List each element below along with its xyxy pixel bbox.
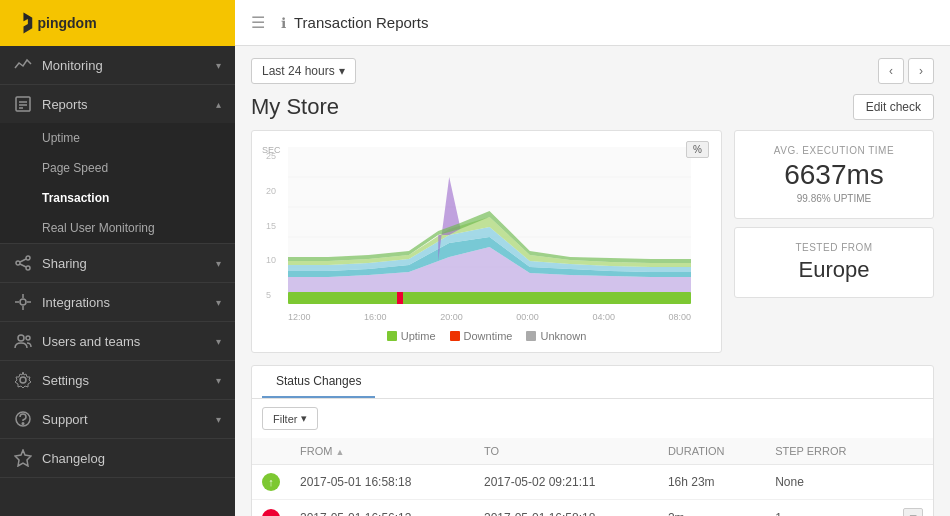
sharing-icon (14, 254, 32, 272)
svg-point-21 (22, 423, 24, 425)
changelog-icon (14, 449, 32, 467)
time-filter-label: Last 24 hours (262, 64, 335, 78)
svg-rect-3 (16, 97, 30, 111)
svg-point-9 (26, 266, 30, 270)
users-label: Users and teams (42, 334, 140, 349)
sidebar-item-uptime[interactable]: Uptime (0, 123, 235, 153)
tab-status-changes[interactable]: Status Changes (262, 366, 375, 398)
sidebar-item-transaction[interactable]: Transaction (0, 183, 235, 213)
svg-point-7 (26, 256, 30, 260)
chart-svg (288, 147, 691, 297)
svg-point-12 (20, 299, 26, 305)
sidebar-toggle-icon[interactable]: ☰ (251, 13, 265, 32)
pingdom-logo: pingdom (14, 9, 124, 37)
sharing-label: Sharing (42, 256, 87, 271)
tested-from-value: Europe (751, 257, 917, 283)
integrations-label: Integrations (42, 295, 110, 310)
time-filter-button[interactable]: Last 24 hours ▾ (251, 58, 356, 84)
row2-from: 2017-05-01 16:56:13 (290, 500, 474, 517)
changelog-label: Changelog (42, 451, 105, 466)
legend-unknown: Unknown (526, 330, 586, 342)
sidebar-item-integrations[interactable]: Integrations ▾ (0, 283, 235, 321)
settings-icon (14, 371, 32, 389)
row2-to: 2017-05-01 16:58:18 (474, 500, 658, 517)
sharing-chevron: ▾ (216, 258, 221, 269)
sidebar-item-support[interactable]: Support ▾ (0, 400, 235, 438)
chart-container: SEC % 25 20 15 10 5 (251, 130, 722, 353)
sidebar-item-changelog[interactable]: Changelog (0, 439, 235, 477)
sidebar: pingdom Monitoring ▾ Repor (0, 0, 235, 516)
integrations-chevron: ▾ (216, 297, 221, 308)
x-label-2: 20:00 (440, 312, 463, 322)
pct-toggle-button[interactable]: % (686, 141, 709, 158)
store-header: My Store Edit check (251, 94, 934, 120)
next-button[interactable]: › (908, 58, 934, 84)
topbar: ☰ ℹ Transaction Reports (235, 0, 950, 46)
monitoring-chevron: ▾ (216, 60, 221, 71)
row1-from: 2017-05-01 16:58:18 (290, 465, 474, 500)
x-label-5: 08:00 (668, 312, 691, 322)
logo-bar: pingdom (0, 0, 235, 46)
filter-label: Filter (273, 413, 297, 425)
main-content: ☰ ℹ Transaction Reports Last 24 hours ▾ … (235, 0, 950, 516)
uptime-label: 99.86% UPTIME (751, 193, 917, 204)
sidebar-item-sharing[interactable]: Sharing ▾ (0, 244, 235, 282)
edit-check-button[interactable]: Edit check (853, 94, 934, 120)
row2-duration: 2m (658, 500, 765, 517)
prev-button[interactable]: ‹ (878, 58, 904, 84)
y-label-20: 20 (266, 186, 276, 196)
legend-downtime-label: Downtime (464, 330, 513, 342)
x-label-3: 00:00 (516, 312, 539, 322)
legend-uptime-dot (387, 331, 397, 341)
page-title: Transaction Reports (294, 14, 429, 31)
th-step-error: STEP ERROR (765, 438, 893, 465)
store-name: My Store (251, 94, 339, 120)
x-label-1: 16:00 (364, 312, 387, 322)
sidebar-item-page-speed[interactable]: Page Speed (0, 153, 235, 183)
th-to: TO (474, 438, 658, 465)
support-chevron: ▾ (216, 414, 221, 425)
monitoring-icon (14, 56, 32, 74)
status-down-icon: ↓ (262, 509, 280, 516)
nav-section-changelog: Changelog (0, 439, 235, 478)
legend-downtime-dot (450, 331, 460, 341)
sidebar-item-rum[interactable]: Real User Monitoring (0, 213, 235, 243)
th-duration: DURATION (658, 438, 765, 465)
svg-text:pingdom: pingdom (38, 15, 97, 31)
execution-time-value: 6637ms (751, 160, 917, 191)
nav-section-users: Users and teams ▾ (0, 322, 235, 361)
nav-section-support: Support ▾ (0, 400, 235, 439)
legend-uptime-label: Uptime (401, 330, 436, 342)
row2-action: ⊠ (893, 500, 933, 517)
legend-unknown-dot (526, 331, 536, 341)
row1-to: 2017-05-02 09:21:11 (474, 465, 658, 500)
y-label-5: 5 (266, 290, 276, 300)
nav-section-reports: Reports ▴ Uptime Page Speed Transaction … (0, 85, 235, 244)
action-button[interactable]: ⊠ (903, 508, 923, 516)
chart-section: SEC % 25 20 15 10 5 (251, 130, 934, 353)
users-chevron: ▾ (216, 336, 221, 347)
reports-submenu: Uptime Page Speed Transaction Real User … (0, 123, 235, 243)
nav-section-sharing: Sharing ▾ (0, 244, 235, 283)
x-label-0: 12:00 (288, 312, 311, 322)
y-label-25: 25 (266, 151, 276, 161)
nav-section-settings: Settings ▾ (0, 361, 235, 400)
filter-button[interactable]: Filter ▾ (262, 407, 318, 430)
integrations-icon (14, 293, 32, 311)
svg-point-17 (18, 335, 24, 341)
th-action (893, 438, 933, 465)
stats-panel: AVG. EXECUTION TIME 6637ms 99.86% UPTIME… (734, 130, 934, 353)
settings-label: Settings (42, 373, 89, 388)
sidebar-item-settings[interactable]: Settings ▾ (0, 361, 235, 399)
sidebar-item-reports[interactable]: Reports ▴ (0, 85, 235, 123)
sidebar-item-users-teams[interactable]: Users and teams ▾ (0, 322, 235, 360)
users-icon (14, 332, 32, 350)
reports-chevron: ▴ (216, 99, 221, 110)
legend-unknown-label: Unknown (540, 330, 586, 342)
sidebar-item-monitoring[interactable]: Monitoring ▾ (0, 46, 235, 84)
row2-status-cell: ↓ (252, 500, 290, 517)
chart-x-labels: 12:00 16:00 20:00 00:00 04:00 08:00 (288, 312, 691, 322)
status-tabs: Status Changes (252, 366, 933, 399)
row2-step-error: 1 (765, 500, 893, 517)
status-up-icon: ↑ (262, 473, 280, 491)
